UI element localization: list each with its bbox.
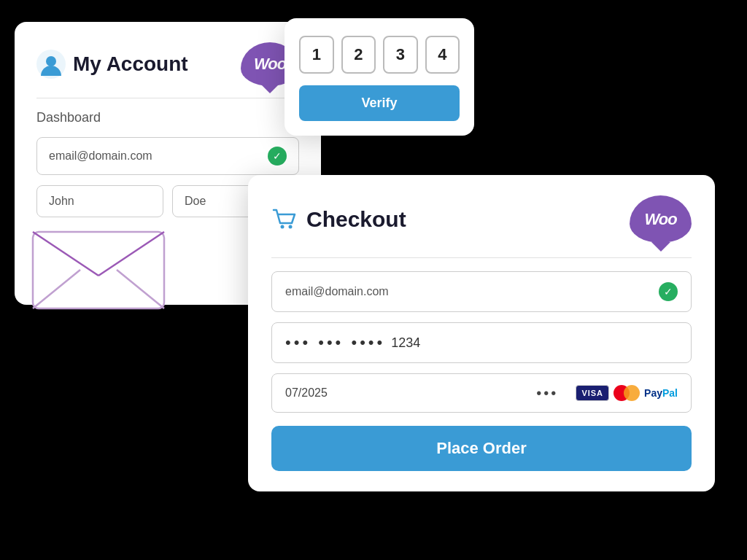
my-account-title: My Account (73, 52, 188, 76)
otp-card: 1 2 3 4 Verify (285, 18, 474, 136)
email-value-account: email@domain.com (49, 149, 152, 163)
woo-badge-checkout: Woo (630, 195, 692, 243)
mastercard-icon (614, 384, 640, 402)
account-icon (36, 50, 66, 79)
woo-text-account: Woo (254, 55, 286, 74)
svg-point-8 (289, 225, 293, 228)
svg-point-1 (46, 56, 56, 66)
envelope-icon (29, 217, 168, 312)
card-number-field[interactable]: ••• ••• •••• 1234 (271, 322, 692, 363)
last-name-value: Doe (185, 195, 206, 207)
mc-right (624, 385, 640, 401)
email-check-icon-account: ✓ (268, 147, 287, 166)
payment-icons: VISA PayPal (576, 384, 678, 402)
first-name-field[interactable]: John (36, 185, 163, 217)
divider-account (36, 98, 299, 98)
otp-digit-4[interactable]: 4 (425, 36, 460, 74)
paypal-icon: PayPal (644, 387, 678, 399)
card-last4: 1234 (391, 335, 420, 351)
expiry-date: 07/2025 (285, 386, 519, 400)
divider-checkout (271, 257, 692, 258)
verify-button[interactable]: Verify (299, 85, 460, 121)
place-order-button[interactable]: Place Order (271, 426, 692, 471)
expiry-row[interactable]: 07/2025 ••• VISA PayPal (271, 373, 692, 413)
email-check-icon-checkout: ✓ (659, 282, 678, 301)
scene: My Account Woo Dashboard email@domain.co… (0, 0, 747, 560)
checkout-card: Checkout Woo email@domain.com ✓ ••• ••• … (248, 175, 715, 491)
cvv-dots: ••• (536, 385, 558, 402)
svg-point-7 (281, 225, 285, 228)
cart-icon (271, 206, 298, 233)
first-name-value: John (49, 195, 74, 207)
woo-text-checkout: Woo (644, 210, 676, 229)
envelope-container (29, 217, 168, 327)
otp-boxes: 1 2 3 4 (299, 36, 460, 74)
otp-digit-2[interactable]: 2 (341, 36, 376, 74)
checkout-header: Checkout Woo (271, 195, 692, 243)
email-field-account[interactable]: email@domain.com ✓ (36, 137, 299, 175)
my-account-header: My Account Woo (36, 42, 299, 86)
svg-rect-2 (33, 232, 164, 308)
email-field-checkout[interactable]: email@domain.com ✓ (271, 271, 692, 312)
otp-digit-1[interactable]: 1 (299, 36, 334, 74)
email-value-checkout: email@domain.com (285, 285, 389, 298)
checkout-title-group: Checkout (271, 206, 406, 233)
card-dots: ••• ••• •••• (285, 333, 385, 352)
checkout-title: Checkout (306, 207, 406, 232)
dashboard-label: Dashboard (36, 110, 299, 125)
otp-digit-3[interactable]: 3 (383, 36, 418, 74)
visa-icon: VISA (576, 385, 609, 401)
my-account-title-group: My Account (36, 50, 188, 79)
